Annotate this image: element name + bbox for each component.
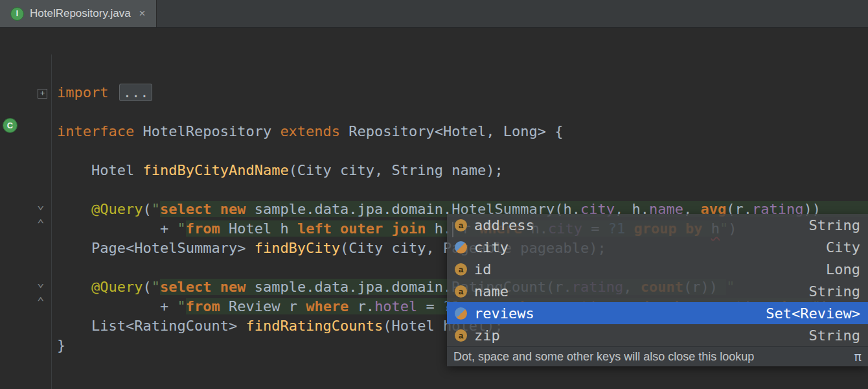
code-token: left outer join: [297, 220, 435, 237]
code-token: +: [57, 298, 177, 314]
completion-item-zip[interactable]: azipString: [447, 324, 868, 346]
code-line[interactable]: [57, 180, 868, 200]
code-token: ": [177, 298, 185, 314]
code-token: @Query: [91, 201, 143, 217]
completion-label: address: [474, 217, 534, 233]
code-token: ": [152, 201, 160, 217]
code-line[interactable]: import ...: [57, 83, 868, 102]
code-token: interface: [57, 123, 143, 139]
field-icon: a: [455, 219, 467, 231]
code-token: findByCityAndName: [143, 162, 288, 178]
code-token: (: [143, 279, 151, 295]
close-icon[interactable]: ×: [139, 7, 146, 20]
completion-label: city: [474, 239, 508, 255]
completion-type: Long: [826, 261, 860, 277]
code-token: (: [143, 201, 151, 217]
code-token: ...: [119, 84, 153, 101]
property-icon: [455, 307, 467, 320]
completion-list: aaddressStringcityCityaidLonganameString…: [447, 214, 868, 346]
completion-item-address[interactable]: aaddressString: [447, 214, 868, 236]
code-line[interactable]: [57, 141, 868, 161]
code-token: (City city, String name);: [289, 162, 503, 178]
fold-start-icon[interactable]: ⌄: [37, 198, 44, 211]
completion-label: name: [474, 283, 508, 300]
field-icon: a: [455, 285, 467, 298]
code-token: [57, 201, 91, 217]
completion-type: City: [826, 239, 860, 255]
fold-end-icon[interactable]: ⌃: [37, 296, 44, 308]
completion-footer: Dot, space and some other keys will also…: [447, 346, 868, 366]
footer-hint: Dot, space and some other keys will also…: [453, 350, 754, 364]
completion-item-id[interactable]: aidLong: [447, 258, 868, 280]
completion-popup: aaddressStringcityCityaidLonganameString…: [447, 214, 868, 366]
completion-item-reviews[interactable]: reviewsSet<Review>: [447, 302, 868, 324]
class-gutter-icon[interactable]: C: [3, 118, 17, 133]
file-tab[interactable]: I HotelRepository.java ×: [0, 0, 157, 27]
code-token: Page<HotelSummary>: [57, 240, 255, 256]
code-token: findRatingCounts: [246, 318, 383, 334]
code-token: Review r: [229, 298, 306, 314]
code-token: hotel: [374, 298, 417, 314]
completion-type: Set<Review>: [766, 305, 860, 322]
code-token: =: [417, 298, 443, 314]
code-token: }: [57, 337, 65, 353]
code-token: Repository<Hotel, Long> {: [348, 123, 563, 139]
completion-label: reviews: [474, 305, 534, 322]
pi-icon: π: [854, 349, 862, 364]
completion-type: String: [809, 283, 860, 300]
fold-plus-icon[interactable]: +: [38, 89, 47, 99]
fold-start-icon[interactable]: ⌄: [37, 276, 44, 289]
code-token: Hotel h: [229, 220, 297, 237]
code-token: ": [177, 220, 185, 237]
property-icon: [455, 241, 467, 253]
completion-item-city[interactable]: cityCity: [447, 236, 868, 258]
code-token: @Query: [91, 279, 143, 295]
code-token: r.: [358, 298, 375, 314]
code-token: ": [152, 279, 160, 295]
tab-bar: I HotelRepository.java ×: [0, 0, 868, 28]
completion-label: id: [474, 261, 492, 277]
code-token: from: [186, 298, 229, 314]
code-token: List<RatingCount>: [57, 318, 246, 334]
completion-item-name[interactable]: anameString: [447, 280, 868, 302]
code-token: select new: [160, 279, 255, 295]
code-token: from: [186, 220, 229, 237]
code-token: select new: [160, 201, 255, 217]
completion-label: zip: [474, 327, 500, 344]
completion-type: String: [809, 327, 860, 344]
field-icon: a: [455, 263, 467, 276]
code-token: [57, 279, 91, 295]
completion-type: String: [809, 217, 860, 233]
field-icon: a: [455, 329, 467, 342]
tab-title: HotelRepository.java: [30, 7, 131, 20]
code-token: extends: [280, 123, 348, 139]
fold-end-icon[interactable]: ⌃: [37, 218, 44, 230]
code-token: where: [306, 298, 357, 314]
code-token: import: [57, 84, 117, 100]
code-line[interactable]: Hotel findByCityAndName(City city, Strin…: [57, 161, 868, 180]
code-token: HotelRepository: [143, 123, 280, 139]
code-line[interactable]: [57, 102, 868, 122]
code-token: findByCity: [255, 240, 340, 256]
code-line[interactable]: interface HotelRepository extends Reposi…: [57, 122, 868, 141]
code-token: +: [57, 220, 177, 237]
interface-file-icon: I: [10, 7, 24, 21]
code-token: Hotel: [57, 162, 143, 178]
